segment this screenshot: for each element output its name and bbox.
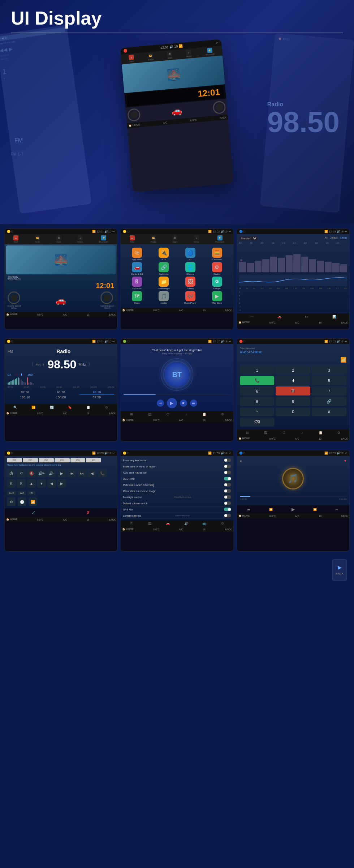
ctrl-next-track[interactable]: ⏭ bbox=[78, 469, 86, 478]
music-play[interactable]: ▶ bbox=[290, 506, 296, 512]
ctrl-k1[interactable]: K bbox=[7, 479, 16, 488]
toggle-toolbar-settings[interactable]: ⚙ bbox=[220, 521, 225, 526]
toggle-backlight-switch[interactable] bbox=[224, 495, 231, 499]
radio-search-icon[interactable]: 🔍 bbox=[13, 405, 18, 410]
key-link[interactable]: 🔗 bbox=[312, 397, 346, 406]
key-0[interactable]: 0 bbox=[276, 407, 310, 416]
radio-bookmark-icon[interactable]: 🔖 bbox=[68, 405, 73, 410]
app-moofay[interactable]: 🎵moofay bbox=[151, 291, 176, 304]
bt-back-btn[interactable]: BACK bbox=[225, 419, 232, 422]
key-7[interactable]: 7 bbox=[312, 386, 346, 395]
app-carlink[interactable]: 🚗Car Link 2.0 bbox=[124, 262, 150, 275]
toggle-brake-wire-switch[interactable] bbox=[224, 465, 231, 468]
radio-home-btn[interactable]: 🏠 HOME bbox=[6, 412, 18, 415]
app-musicplayer[interactable]: 🎶Music Player bbox=[178, 291, 203, 304]
back-button-container[interactable]: ◀ BACK bbox=[332, 559, 347, 581]
color-btn-255-3[interactable]: 255 bbox=[39, 458, 54, 462]
key-hash[interactable]: # bbox=[312, 407, 346, 416]
bt-play[interactable]: ▶ bbox=[167, 398, 177, 408]
ctrl-vol-up[interactable]: 🔊+ bbox=[37, 469, 46, 478]
eq-tab-all[interactable]: All bbox=[325, 236, 328, 240]
apps-back-btn[interactable]: BACK bbox=[225, 309, 232, 312]
key-1[interactable]: 1 bbox=[240, 366, 275, 375]
freq-right-arrow[interactable]: 〉 bbox=[88, 362, 92, 368]
app-calculator[interactable]: 🧮Calculator bbox=[204, 248, 230, 261]
home-nav-bluetooth[interactable]: ⚡ Bluetooth bbox=[99, 235, 108, 243]
phone-toolbar-bookmark[interactable]: 📋 bbox=[318, 430, 323, 435]
apps-nav-radio[interactable]: 📻 Radio bbox=[151, 235, 156, 243]
radio-settings-icon[interactable]: ⚙ bbox=[104, 405, 109, 410]
ctrl-up[interactable]: ▲ bbox=[27, 479, 36, 488]
freq-left-arrow[interactable]: 〈 bbox=[29, 362, 34, 368]
apps-home-btn[interactable]: 🏠 HOME bbox=[122, 309, 134, 312]
key-9[interactable]: 9 bbox=[276, 397, 310, 406]
confirm-checkmark[interactable]: ✓ bbox=[31, 510, 36, 516]
btn-fm[interactable]: FM bbox=[27, 491, 35, 495]
toggle-home-btn[interactable]: 🏠 HOME bbox=[122, 528, 134, 531]
settings-clock[interactable]: 🕐 bbox=[18, 497, 26, 506]
app-bt[interactable]: 🔵BT bbox=[178, 248, 203, 261]
key-8[interactable]: 8 bbox=[240, 397, 275, 406]
app-maps[interactable]: 🗺Maps bbox=[124, 291, 150, 304]
apps-nav-navi[interactable]: ▲ Navi bbox=[130, 235, 135, 243]
key-6[interactable]: 6 bbox=[240, 386, 275, 395]
key-5[interactable]: 5 bbox=[312, 376, 346, 385]
app-control[interactable]: ⚙Control bbox=[204, 262, 230, 275]
app-store[interactable]: 🛍App Store bbox=[124, 248, 150, 261]
ctrl-play[interactable]: ▶ bbox=[57, 469, 66, 478]
app-google[interactable]: GGoogle bbox=[204, 277, 230, 290]
ctrl-k2[interactable]: K bbox=[17, 479, 26, 488]
toggle-toolbar-car[interactable]: 🚗 bbox=[165, 521, 170, 526]
radio-back-btn[interactable]: BACK bbox=[109, 412, 116, 415]
toggle-back-btn[interactable]: BACK bbox=[225, 528, 232, 531]
phone-toolbar-settings[interactable]: ⚙ bbox=[336, 430, 341, 435]
key-hangup[interactable]: 📵 bbox=[276, 386, 310, 395]
color-btn-255-6[interactable]: 255 bbox=[86, 458, 101, 462]
app-aux[interactable]: 🔌AUX bbox=[151, 248, 176, 261]
ctrl-left[interactable]: ◀ bbox=[47, 479, 56, 488]
eq-preset-select[interactable]: Standard bbox=[239, 236, 258, 240]
ctrl-power[interactable]: ⏻ bbox=[7, 469, 16, 478]
key-star[interactable]: * bbox=[240, 407, 275, 416]
btn-aux[interactable]: AUX bbox=[7, 491, 16, 495]
toggle-press-key-switch[interactable] bbox=[224, 458, 231, 462]
ctrl-prev[interactable]: ◀ bbox=[88, 469, 96, 478]
ctrl-reset[interactable]: ↺ bbox=[17, 469, 26, 478]
phone-toolbar-clock[interactable]: ⏱ bbox=[281, 430, 286, 435]
app-equalizer[interactable]: 🎚Equalizer bbox=[124, 277, 150, 290]
music-next[interactable]: ⏭ bbox=[334, 506, 340, 512]
freq-98-10[interactable]: 98.10 bbox=[79, 390, 114, 394]
key-2[interactable]: 2 bbox=[276, 366, 310, 375]
apps-nav-bluetooth[interactable]: ⚡ Bluetooth bbox=[215, 235, 224, 243]
toggle-osd-time-switch[interactable] bbox=[224, 477, 231, 480]
eq-tab-default[interactable]: Default bbox=[330, 236, 338, 240]
toggle-mute-reverse-switch[interactable] bbox=[224, 483, 231, 487]
music-home-btn[interactable]: 🏠 HOME bbox=[238, 514, 250, 517]
eq-toolbar-waves[interactable]: 〰 bbox=[250, 314, 255, 319]
toggle-toolbar-sound[interactable]: 🔊 bbox=[184, 521, 189, 526]
bt-toolbar-image[interactable]: 🖼 bbox=[147, 412, 152, 417]
eq-tab-setup[interactable]: Set up bbox=[340, 236, 347, 240]
color-btn-255-1[interactable]: 255 bbox=[7, 458, 22, 462]
toggle-gps-mix-switch[interactable] bbox=[224, 508, 231, 511]
phone-toolbar-image[interactable]: 🖼 bbox=[263, 430, 268, 435]
ctrl-right[interactable]: ▶ bbox=[57, 479, 66, 488]
home-nav-radio[interactable]: 📻 Radio bbox=[35, 235, 40, 243]
key-call[interactable]: 📞 bbox=[240, 376, 275, 385]
apps-nav-music[interactable]: ♪ Music bbox=[194, 235, 199, 243]
btn-am[interactable]: AM bbox=[18, 491, 26, 495]
home-back-btn[interactable]: BACK bbox=[109, 313, 116, 316]
toggle-toolbar-image[interactable]: 🖼 bbox=[147, 521, 152, 526]
color-btn-255-2[interactable]: 255 bbox=[23, 458, 38, 462]
freq-90-10[interactable]: 90.10 bbox=[43, 390, 78, 394]
toggle-mirror-view-switch[interactable] bbox=[224, 489, 231, 493]
bt-stop[interactable]: ⏹ bbox=[180, 399, 187, 407]
settings-bluetooth[interactable]: 📶 bbox=[29, 497, 37, 506]
key-backspace[interactable]: ⌫ bbox=[240, 418, 275, 427]
radio-signal-icon[interactable]: 📶 bbox=[31, 405, 36, 410]
settings-ctrl-home-btn[interactable]: 🏠 HOME bbox=[6, 518, 18, 521]
music-forward-skip[interactable]: ⏩ bbox=[312, 506, 318, 512]
home-nav-music[interactable]: ♪ Music bbox=[77, 235, 83, 243]
app-carbitlink[interactable]: 🔗CarbitLink bbox=[151, 262, 176, 275]
color-btn-255-5[interactable]: 255 bbox=[70, 458, 86, 462]
